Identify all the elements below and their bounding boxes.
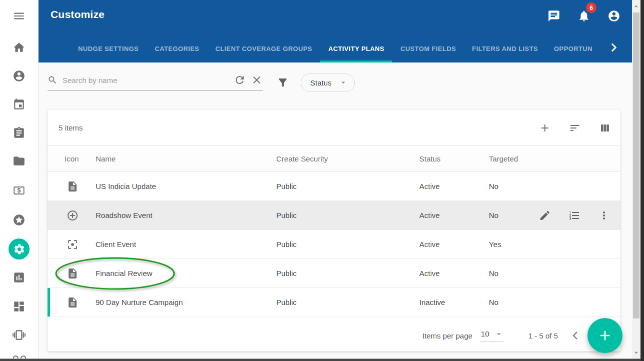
clipboard-icon <box>13 126 26 140</box>
filter-bar: Status <box>48 68 355 96</box>
gear-icon <box>13 243 26 256</box>
scrollbar-track[interactable] <box>632 0 640 358</box>
app-window: Customize 6 NUDGE SETTINGSCATEGORIESCLIE… <box>0 0 644 361</box>
columns-button[interactable] <box>599 122 611 134</box>
nav-dashboard-button[interactable] <box>13 300 26 313</box>
document-icon <box>67 296 79 308</box>
tab-client-coverage-groups[interactable]: CLIENT COVERAGE GROUPS <box>207 34 320 62</box>
toolbar-actions <box>539 122 611 134</box>
nav-favorites-button[interactable] <box>13 214 26 226</box>
refresh-button[interactable] <box>234 74 246 86</box>
scrollbar-thumb[interactable] <box>633 12 639 318</box>
items-count: 5 items <box>59 124 83 132</box>
tab-activity-plans[interactable]: ACTIVITY PLANS <box>320 34 392 62</box>
search-field <box>48 74 263 91</box>
main-area: Customize 6 NUDGE SETTINGSCATEGORIESCLIE… <box>39 0 632 358</box>
chat-button[interactable] <box>547 10 560 22</box>
tab-filters-and-lists[interactable]: FILTERS AND LISTS <box>464 34 546 62</box>
row-targeted: No <box>489 211 525 220</box>
folder-icon <box>13 154 26 168</box>
center-focus-icon <box>67 238 79 250</box>
row-name: Roadshow Event <box>96 211 276 220</box>
table-row[interactable]: 90 Day Nurture Campaign Public Inactive … <box>48 288 620 317</box>
window-right-edge <box>640 0 644 361</box>
table-row[interactable]: Financial Review Public Active No <box>48 259 620 288</box>
person-icon <box>13 70 26 82</box>
scroll-up-button[interactable] <box>633 4 639 9</box>
window-bottom-edge <box>0 358 640 361</box>
content: Status 5 items Icon Name Crea <box>39 62 632 358</box>
row-targeted: No <box>489 298 525 306</box>
document-icon <box>67 180 79 192</box>
steps-button[interactable] <box>568 210 580 222</box>
table-header: Icon Name Create Security Status Targete… <box>48 146 620 172</box>
nav-finance-button[interactable] <box>13 184 26 197</box>
home-icon <box>13 41 26 54</box>
row-create-security: Public <box>276 240 419 248</box>
nav-reports-button[interactable] <box>13 271 26 284</box>
table-row[interactable]: US Indicia Update Public Active No <box>48 172 620 201</box>
star-circle-icon <box>13 214 26 226</box>
row-create-security: Public <box>276 298 419 306</box>
tab-nudge-settings[interactable]: NUDGE SETTINGS <box>70 34 147 62</box>
add-item-button[interactable] <box>539 122 551 134</box>
tab-custom-fields[interactable]: CUSTOM FIELDS <box>392 34 464 62</box>
tab-categories[interactable]: CATEGORIES <box>147 34 207 62</box>
chevron-down-icon <box>494 330 503 338</box>
triangle-up-icon <box>633 4 639 9</box>
row-targeted: No <box>489 182 525 190</box>
header-actions: 6 <box>547 10 620 22</box>
nav-contacts-button[interactable] <box>13 70 26 82</box>
notifications-button[interactable]: 6 <box>577 10 590 22</box>
search-icon <box>48 75 58 85</box>
tab-opportun[interactable]: OPPORTUN <box>546 34 600 62</box>
row-targeted: No <box>489 269 525 278</box>
previous-page-button[interactable] <box>569 330 581 342</box>
search-input[interactable] <box>63 76 229 84</box>
row-status: Inactive <box>419 298 489 306</box>
table-row[interactable]: Roadshow Event Public Active No <box>48 201 620 230</box>
tabs-scroll-right-button[interactable] <box>607 40 621 54</box>
nav-settings-button[interactable] <box>9 238 30 260</box>
col-header-create-security[interactable]: Create Security <box>276 154 419 163</box>
chevron-right-icon <box>607 41 620 54</box>
kebab-menu-icon <box>598 210 610 222</box>
nav-calendar-button[interactable] <box>13 98 26 111</box>
status-filter-chip[interactable]: Status <box>301 74 355 92</box>
chevron-down-icon <box>339 78 348 87</box>
sort-icon <box>569 122 581 134</box>
nav-files-button[interactable] <box>13 154 26 168</box>
row-status: Active <box>419 240 489 248</box>
menu-button[interactable] <box>13 10 26 22</box>
row-status: Active <box>419 182 489 190</box>
scroll-down-button[interactable] <box>633 350 639 356</box>
nav-mobile-button[interactable] <box>13 328 26 342</box>
add-activity-plan-fab[interactable] <box>587 318 622 353</box>
clear-search-button[interactable] <box>251 74 263 86</box>
nav-tasks-button[interactable] <box>13 126 26 140</box>
plus-icon <box>539 122 551 134</box>
table-row[interactable]: Client Event Public Active Yes <box>48 230 620 259</box>
refresh-icon <box>234 74 246 86</box>
nav-home-button[interactable] <box>13 41 26 54</box>
card-toolbar: 5 items <box>48 110 620 146</box>
col-header-icon[interactable]: Icon <box>48 154 96 163</box>
col-header-targeted[interactable]: Targeted <box>489 154 525 163</box>
page-size-select[interactable]: 10 <box>480 330 504 342</box>
edit-button[interactable] <box>539 210 551 222</box>
row-create-security: Public <box>276 211 419 220</box>
columns-icon <box>599 122 611 134</box>
document-icon <box>67 268 79 280</box>
row-menu-button[interactable] <box>598 210 610 222</box>
chevron-left-icon <box>569 330 581 342</box>
col-header-name[interactable]: Name <box>96 154 276 163</box>
numbered-list-icon <box>568 210 580 222</box>
account-button[interactable] <box>607 10 620 22</box>
close-icon <box>251 74 263 86</box>
page-size-value: 10 <box>481 330 489 338</box>
col-header-status[interactable]: Status <box>419 154 489 163</box>
filter-button[interactable] <box>277 76 289 88</box>
activity-plans-card: 5 items Icon Name Create Security Status… <box>48 110 620 352</box>
sort-button[interactable] <box>569 122 581 134</box>
dashboard-icon <box>13 300 26 313</box>
